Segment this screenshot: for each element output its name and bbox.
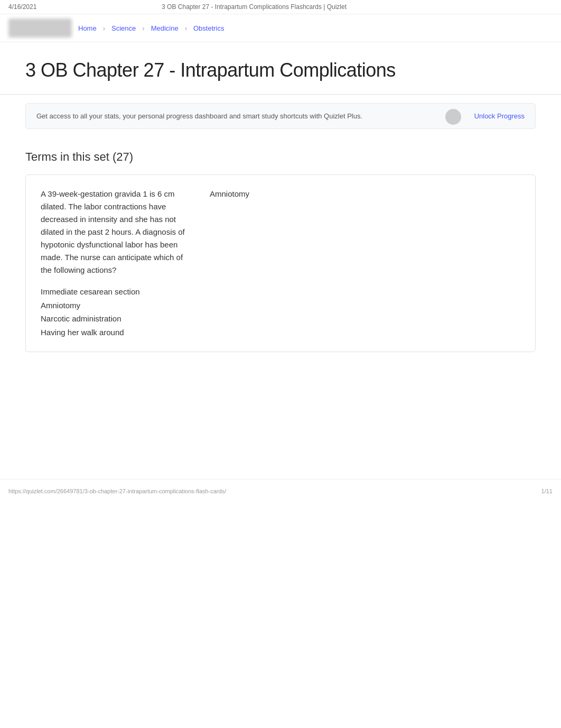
unlock-progress-button[interactable]: Unlock Progress: [474, 112, 525, 120]
promo-text: Get access to all your stats, your perso…: [36, 112, 466, 120]
logo: [8, 19, 72, 38]
date-text: 4/16/2021: [8, 3, 36, 11]
page-title-browser: 3 OB Chapter 27 - Intrapartum Complicati…: [162, 3, 347, 11]
nav-home[interactable]: Home: [78, 24, 97, 32]
date-bar: 4/16/2021 3 OB Chapter 27 - Intrapartum …: [0, 0, 561, 14]
separator-3: ›: [185, 24, 187, 32]
card-definition-1: Amniotomy: [210, 188, 520, 200]
nav-medicine[interactable]: Medicine: [151, 24, 179, 32]
footer: https://quizlet.com/26649781/3-ob-chapte…: [0, 479, 561, 503]
definition-text-1: Amniotomy: [210, 189, 249, 198]
promo-banner: Get access to all your stats, your perso…: [25, 103, 536, 129]
option-cesarean: Immediate cesarean section: [41, 285, 189, 299]
avatar: [445, 109, 461, 125]
option-narcotic: Narcotic administration: [41, 312, 189, 326]
option-amniotomy: Amniotomy: [41, 299, 189, 312]
footer-page-info: 1/11: [541, 488, 553, 494]
separator-1: ›: [103, 24, 105, 32]
terms-heading: Terms in this set (27): [25, 150, 536, 164]
nav-science[interactable]: Science: [111, 24, 136, 32]
option-walk: Having her walk around: [41, 326, 189, 339]
footer-url: https://quizlet.com/26649781/3-ob-chapte…: [8, 488, 226, 494]
card-term-1: A 39-week-gestation gravida 1 is 6 cm di…: [41, 188, 189, 339]
page-title: 3 OB Chapter 27 - Intrapartum Complicati…: [25, 59, 536, 81]
term-options: Immediate cesarean section Amniotomy Nar…: [41, 285, 189, 339]
term-contractions: The labor contractions have decreased in…: [41, 202, 176, 236]
term-scenario: A 39-week-gestation gravida 1 is 6 cm di…: [41, 188, 189, 277]
term-nurse-anticipate: The nurse can anticipate which of the fo…: [41, 253, 183, 274]
nav-obstetrics[interactable]: Obstetrics: [193, 24, 225, 32]
top-navigation: Home › Science › Medicine › Obstetrics: [0, 14, 561, 42]
separator-2: ›: [142, 24, 144, 32]
flashcard-1[interactable]: A 39-week-gestation gravida 1 is 6 cm di…: [25, 174, 536, 352]
terms-section: Terms in this set (27) A 39-week-gestati…: [0, 137, 561, 373]
title-section: 3 OB Chapter 27 - Intrapartum Complicati…: [0, 42, 561, 95]
